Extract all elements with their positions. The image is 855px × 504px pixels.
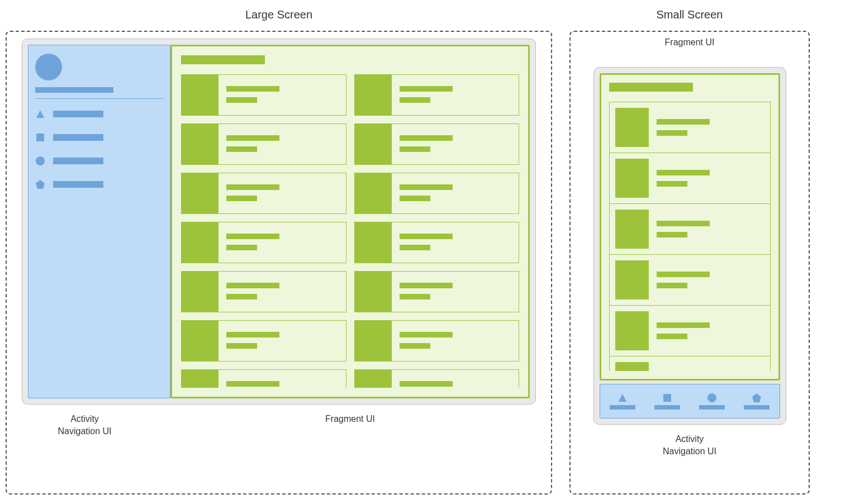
list-item[interactable] [354, 222, 520, 263]
thumbnail-placeholder [182, 222, 218, 263]
list-item[interactable] [609, 102, 771, 153]
svg-rect-1 [36, 134, 44, 141]
list-item[interactable] [354, 74, 520, 116]
bottom-navigation [600, 384, 780, 419]
sidebar-items [35, 109, 163, 189]
navigation-sidebar [28, 45, 170, 398]
thumbnail-placeholder [615, 260, 649, 299]
subtitle-placeholder [400, 294, 430, 299]
small-bottom-caption: Activity Navigation UI [577, 433, 802, 458]
title-placeholder [226, 135, 279, 141]
caption-fragment-ui: Fragment UI [156, 413, 544, 425]
small-screen-title: Small Screen [569, 8, 810, 21]
subtitle-placeholder [400, 343, 430, 349]
title-placeholder [400, 332, 453, 337]
svg-marker-4 [619, 394, 626, 402]
list-item[interactable] [609, 305, 771, 356]
caption-fragment-ui-top: Fragment UI [577, 37, 802, 47]
sidebar-item[interactable] [35, 179, 163, 189]
pentagon-icon [752, 393, 762, 403]
bottom-nav-item[interactable] [740, 393, 773, 410]
svg-marker-3 [36, 180, 45, 189]
subtitle-placeholder [400, 146, 430, 152]
thumbnail-placeholder [355, 321, 392, 361]
thumbnail-placeholder [182, 124, 218, 164]
bottom-nav-label [744, 405, 770, 410]
bottom-nav-label [699, 405, 725, 410]
subtitle-placeholder [400, 196, 430, 201]
list-item[interactable] [609, 153, 771, 204]
thumbnail-placeholder [182, 173, 218, 213]
list-item[interactable] [181, 369, 346, 388]
list-item[interactable] [181, 74, 346, 116]
caption-navigation-ui: Navigation UI [13, 425, 156, 438]
bottom-nav-label [610, 405, 635, 410]
large-screen-group: Activity Navigation UI Fragment UI [6, 31, 552, 495]
subtitle-placeholder [657, 232, 687, 237]
list-item[interactable] [181, 271, 346, 312]
svg-marker-0 [36, 110, 44, 118]
sidebar-item[interactable] [35, 132, 163, 142]
large-screen-title: Large Screen [6, 8, 552, 21]
divider [35, 98, 163, 99]
thumbnail-placeholder [355, 124, 392, 164]
caption-activity: Activity [13, 413, 156, 425]
thumbnail-placeholder [182, 75, 218, 115]
title-placeholder [657, 272, 710, 277]
title-placeholder [400, 86, 453, 92]
subtitle-placeholder [657, 283, 687, 288]
title-placeholder [400, 184, 453, 190]
sidebar-item[interactable] [35, 109, 163, 119]
list-item[interactable] [354, 123, 520, 165]
title-placeholder [657, 119, 710, 125]
title-placeholder [226, 332, 279, 337]
list-item[interactable] [181, 320, 346, 362]
small-device-frame [593, 67, 786, 425]
svg-marker-7 [752, 393, 761, 402]
list-item[interactable] [181, 123, 346, 165]
subtitle-placeholder [226, 97, 257, 103]
thumbnail-placeholder [182, 272, 218, 312]
subtitle-placeholder [226, 343, 257, 349]
large-device-frame [22, 39, 536, 405]
cards-list [609, 102, 771, 371]
sidebar-item[interactable] [35, 156, 163, 166]
list-item[interactable] [181, 222, 346, 263]
subtitle-placeholder [226, 196, 257, 201]
list-item[interactable] [354, 173, 520, 214]
fragment-title-placeholder [609, 83, 693, 92]
subtitle-placeholder [226, 146, 257, 152]
thumbnail-placeholder [355, 173, 392, 213]
list-item[interactable] [609, 356, 771, 371]
fragment-ui-large [170, 45, 530, 398]
svg-point-2 [36, 156, 45, 165]
title-placeholder [226, 184, 279, 190]
title-placeholder [400, 234, 453, 239]
list-item[interactable] [354, 369, 520, 388]
title-placeholder [657, 221, 710, 226]
sidebar-item-label [53, 181, 103, 188]
square-icon [662, 393, 672, 403]
bottom-nav-item[interactable] [606, 393, 639, 410]
list-item[interactable] [354, 271, 520, 312]
username-placeholder [35, 87, 113, 93]
fragment-ui-small [600, 73, 780, 381]
list-item[interactable] [181, 173, 346, 214]
list-item[interactable] [609, 203, 771, 255]
avatar [35, 54, 62, 80]
small-screen-group: Fragment UI Activity Navigation UI [569, 31, 810, 495]
title-placeholder [657, 322, 710, 328]
thumbnail-placeholder [355, 75, 392, 115]
sidebar-item-label [53, 111, 103, 117]
bottom-nav-item[interactable] [650, 393, 684, 410]
list-item[interactable] [354, 320, 520, 362]
title-placeholder [400, 381, 453, 387]
list-item[interactable] [609, 254, 771, 306]
fragment-title-placeholder [181, 55, 265, 64]
bottom-nav-item[interactable] [695, 393, 729, 410]
subtitle-placeholder [226, 245, 257, 250]
triangle-icon [618, 393, 628, 403]
square-icon [35, 132, 45, 142]
thumbnail-placeholder [615, 210, 649, 249]
cards-grid [181, 74, 519, 388]
